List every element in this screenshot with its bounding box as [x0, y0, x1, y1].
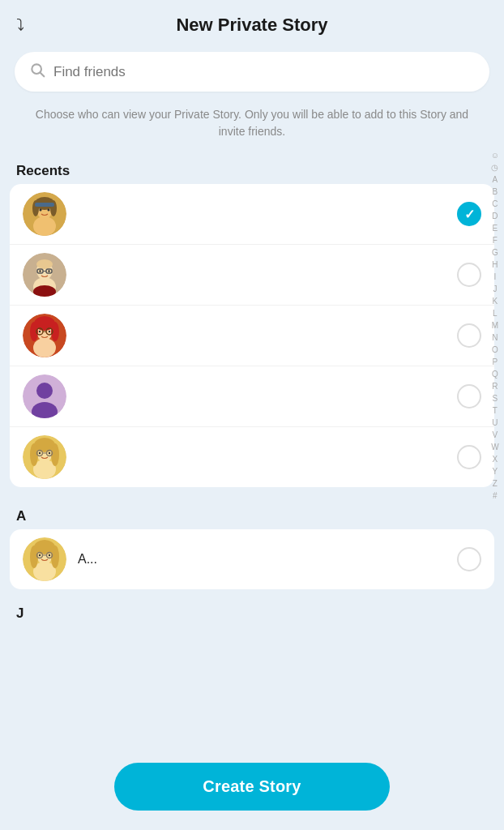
svg-point-9 [40, 209, 42, 212]
contact-item[interactable] [10, 184, 494, 245]
svg-point-31 [49, 331, 50, 332]
contact-checkbox[interactable] [457, 547, 481, 571]
page-title: New Private Story [176, 15, 327, 36]
avatar-svg-1 [23, 192, 66, 236]
avatar-svg-5 [23, 435, 66, 479]
back-chevron[interactable]: ⤵ [16, 16, 24, 35]
svg-point-18 [39, 270, 41, 272]
avatar [23, 253, 66, 297]
contact-name: A... [78, 552, 457, 567]
avatar [23, 374, 66, 418]
contact-item[interactable] [10, 366, 494, 427]
a-section-header: A [0, 500, 504, 529]
svg-point-55 [39, 554, 41, 556]
contact-checkbox[interactable] [457, 202, 481, 226]
svg-line-1 [41, 73, 45, 77]
svg-point-56 [49, 554, 50, 556]
contact-checkbox[interactable] [457, 384, 481, 409]
search-bar[interactable] [15, 52, 489, 92]
alpha-clock-icon[interactable]: ◷ [491, 162, 498, 173]
avatar [23, 314, 66, 357]
alpha-emoji-icon[interactable]: ☺ [491, 150, 499, 161]
create-story-button-wrap: Create Story [114, 763, 390, 811]
avatar [23, 435, 66, 479]
j-section-header: J [0, 597, 504, 627]
svg-point-30 [39, 331, 41, 332]
description-text: Choose who can view your Private Story. … [32, 106, 472, 140]
svg-point-14 [36, 259, 53, 269]
j-title: J [16, 605, 23, 621]
avatar [23, 192, 66, 236]
avatar-svg-a [23, 537, 66, 581]
svg-rect-8 [35, 203, 54, 207]
a-list: A... [10, 529, 494, 589]
recents-title: Recents [16, 163, 70, 178]
contact-item[interactable] [10, 427, 494, 487]
avatar-svg-2 [23, 253, 66, 297]
contact-checkbox[interactable] [457, 445, 481, 469]
svg-point-19 [48, 270, 49, 272]
svg-point-33 [36, 383, 53, 399]
contact-item[interactable] [10, 245, 494, 306]
svg-point-4 [33, 216, 56, 236]
avatar-svg-3 [23, 314, 66, 357]
alpha-hash[interactable]: # [493, 490, 498, 502]
contact-item[interactable]: A... [10, 529, 494, 589]
create-story-button[interactable]: Create Story [114, 763, 390, 811]
svg-point-45 [49, 452, 50, 454]
search-input[interactable] [53, 64, 475, 80]
avatar [23, 537, 66, 581]
header: ⤵ New Private Story [0, 0, 504, 44]
description-section: Choose who can view your Private Story. … [0, 103, 504, 155]
search-icon [29, 62, 45, 82]
contact-checkbox[interactable] [457, 263, 481, 287]
main-content: Recents [0, 155, 504, 708]
search-bar-container [0, 44, 504, 103]
avatar-svg-4 [23, 374, 66, 418]
contact-checkbox[interactable] [457, 323, 481, 348]
svg-point-23 [33, 338, 56, 357]
recents-list [10, 184, 494, 487]
recents-section-header: Recents [0, 155, 504, 184]
contact-item[interactable] [10, 306, 494, 366]
a-title: A [16, 508, 26, 524]
svg-point-44 [39, 452, 41, 454]
svg-point-10 [48, 209, 50, 212]
